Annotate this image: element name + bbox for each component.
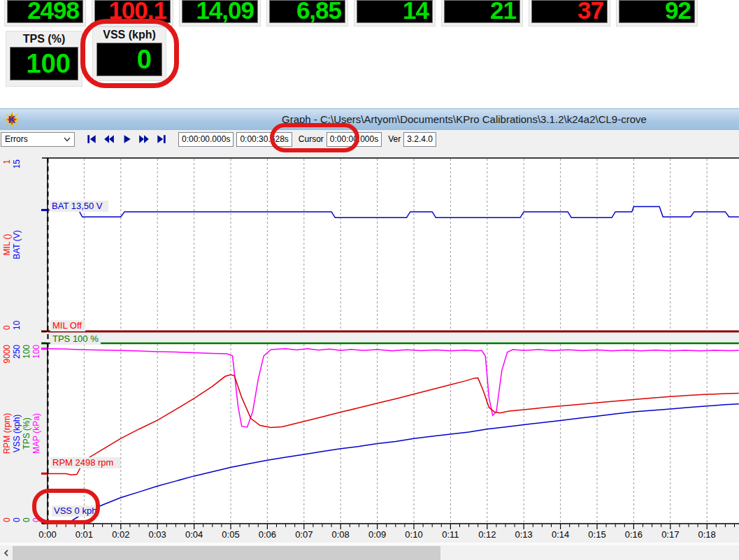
rewind-button[interactable] xyxy=(103,134,115,144)
y-axis-label: 100 xyxy=(31,345,41,359)
graph-window: K Graph - C:\Users\Artyom\Documents\KPro… xyxy=(0,108,739,560)
x-tick-label: 0:00 xyxy=(38,529,56,540)
gauge-value-box: 14,09 xyxy=(182,0,258,23)
y-axis-label: 0 xyxy=(22,517,31,522)
gauge-value: 6,85 xyxy=(273,0,341,23)
svg-text:K: K xyxy=(8,114,16,125)
x-tick-label: 0:18 xyxy=(698,529,716,540)
scrollbar-left-arrow-icon[interactable] xyxy=(0,545,12,560)
gauge-display-3: 14,09 xyxy=(179,0,261,27)
gauge-value: 14 xyxy=(361,0,429,23)
x-tick-label: 0:03 xyxy=(149,529,166,540)
skip-to-start-button[interactable] xyxy=(86,134,97,144)
x-tick-label: 0:16 xyxy=(625,529,643,540)
gauge-vss-label: VSS (kph) xyxy=(93,27,166,41)
gauge-value-box: 37 xyxy=(531,0,608,23)
x-tick-label: 0:10 xyxy=(405,529,422,540)
gauge-vss: VSS (kph) 0 xyxy=(92,27,166,81)
x-tick-label: 0:14 xyxy=(552,529,569,540)
x-tick-label: 0:15 xyxy=(588,529,605,540)
y-axis-label: 0 xyxy=(31,517,41,522)
gauge-value: 2498 xyxy=(11,0,79,23)
gauge-display-8: 92 xyxy=(616,0,698,27)
x-tick-label: 0:12 xyxy=(478,529,496,540)
x-tick-label: 0:05 xyxy=(222,529,239,540)
gauge-value: 21 xyxy=(448,0,516,23)
gauge-display-1: 2498 xyxy=(4,0,86,27)
gauge-vss-value: 0 xyxy=(137,45,162,74)
gauge-vss-display: 0 xyxy=(96,43,162,76)
x-tick-label: 0:01 xyxy=(76,529,93,540)
cursor-label-bat: BAT 13,50 V xyxy=(52,201,103,211)
gauge-row-top: 2498100,114,096,8514213792 xyxy=(4,0,698,27)
skip-to-end-button[interactable] xyxy=(156,134,167,144)
window-titlebar[interactable]: K Graph - C:\Users\Artyom\Documents\KPro… xyxy=(0,108,739,130)
scrollbar-thumb[interactable] xyxy=(13,546,440,560)
gauge-value-box: 92 xyxy=(619,0,695,23)
gauge-display-4: 6,85 xyxy=(266,0,348,27)
x-tick-label: 0:02 xyxy=(112,529,129,540)
y-axis-label: 0 xyxy=(12,517,22,522)
x-tick-label: 0:09 xyxy=(368,529,386,540)
cursor-label: Cursor xyxy=(299,134,324,144)
plot-panel-1[interactable] xyxy=(48,158,739,331)
gauge-display-7: 37 xyxy=(529,0,610,27)
cursor-label-vss: VSS 0 kph xyxy=(54,505,96,516)
window-title: Graph - C:\Users\Artyom\Documents\KPro C… xyxy=(282,113,647,125)
y-axis-label: 9000 xyxy=(2,345,12,364)
version-label: Ver xyxy=(388,134,401,144)
x-tick-label: 0:04 xyxy=(185,529,203,540)
y-axis-label: MAP (kPa) xyxy=(31,413,41,454)
y-axis-label: TPS (%) xyxy=(22,417,31,449)
gauge-tps-display: 100 xyxy=(10,47,78,80)
graph-plot-area[interactable]: 0:000:010:020:030:040:050:060:070:080:09… xyxy=(0,148,739,543)
errors-dropdown[interactable]: Errors xyxy=(1,132,75,147)
cursor-label-mil: MIL Off xyxy=(52,320,82,331)
x-tick-label: 0:08 xyxy=(332,529,350,540)
y-axis-label: VSS (kph) xyxy=(12,415,22,453)
fast-forward-button[interactable] xyxy=(138,134,150,144)
errors-dropdown-value: Errors xyxy=(5,134,28,144)
gauge-value-box: 2498 xyxy=(7,0,83,23)
x-tick-label: 0:17 xyxy=(661,529,679,540)
x-tick-label: 0:11 xyxy=(442,529,459,540)
gauge-tps: TPS (%) 100 xyxy=(6,31,82,87)
gauge-display-5: 14 xyxy=(354,0,436,27)
gauge-tps-label: TPS (%) xyxy=(6,31,82,45)
graph-plot[interactable]: 0:000:010:020:030:040:050:060:070:080:09… xyxy=(0,148,739,543)
gauge-value-box: 100,1 xyxy=(94,0,171,23)
plot-panel-2[interactable] xyxy=(48,343,739,524)
gauge-value: 37 xyxy=(536,0,603,23)
gauge-value: 92 xyxy=(623,0,691,23)
cursor-time-field[interactable]: 0:00:00.000s xyxy=(327,132,382,147)
gauge-value-box: 6,85 xyxy=(269,0,345,23)
y-axis-label: BAT (V) xyxy=(12,230,22,259)
gauge-display-2: 100,1 xyxy=(92,0,173,27)
gauge-value: 14,09 xyxy=(186,0,254,23)
gauge-tps-value: 100 xyxy=(27,49,78,78)
y-axis-label: 10 xyxy=(12,320,22,330)
x-tick-label: 0:13 xyxy=(515,529,533,540)
log-start-time-field[interactable]: 0:00:00.000s xyxy=(178,132,234,147)
y-axis-label: MIL () xyxy=(2,234,12,256)
version-field: 3.2.4.0 xyxy=(403,132,436,147)
graph-toolbar: Errors 0:00:00.000s 0:00:30.628s Cu xyxy=(0,130,739,148)
log-total-time-field[interactable]: 0:00:30.628s xyxy=(236,132,292,147)
y-axis-label: 100 xyxy=(22,345,31,359)
gauge-display-6: 21 xyxy=(441,0,523,27)
x-tick-label: 0:07 xyxy=(295,529,313,540)
y-axis-label: 0 xyxy=(2,325,12,330)
chevron-down-icon xyxy=(64,134,71,144)
y-axis-label: 1 xyxy=(2,159,12,164)
x-tick-label: 0:06 xyxy=(259,529,276,540)
play-button[interactable] xyxy=(121,134,132,144)
cursor-label-tps: TPS 100 % xyxy=(52,333,99,344)
y-axis-label: RPM (rpm) xyxy=(2,413,12,454)
horizontal-scrollbar[interactable] xyxy=(0,545,739,560)
playback-controls xyxy=(86,134,167,144)
gauge-value-box: 14 xyxy=(357,0,433,23)
gauge-value-box: 21 xyxy=(444,0,520,23)
gauge-value: 100,1 xyxy=(99,0,166,23)
cursor-label-rpm: RPM 2498 rpm xyxy=(52,457,113,468)
y-axis-label: 15 xyxy=(12,159,22,169)
